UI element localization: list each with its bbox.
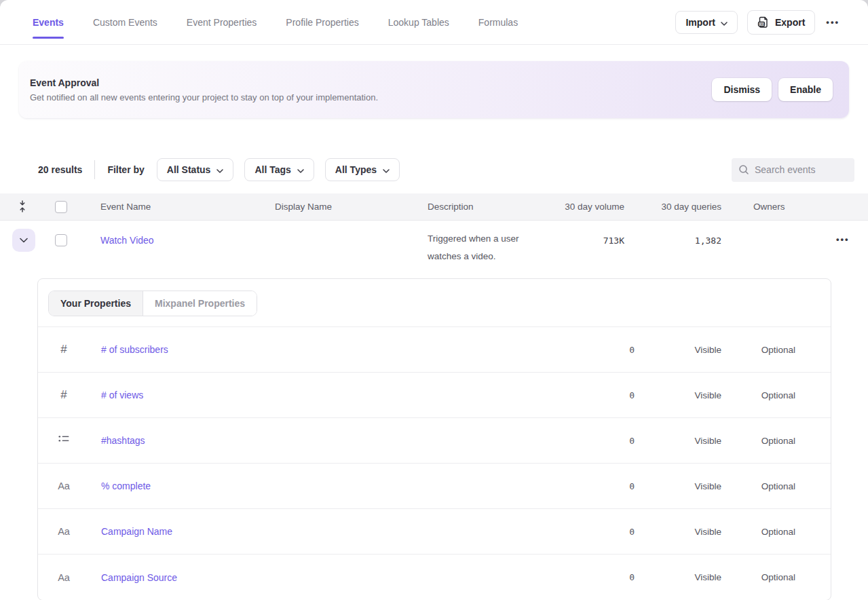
search-events-input[interactable] bbox=[755, 164, 848, 175]
banner-description: Get notified on all new events entering … bbox=[30, 92, 378, 102]
number-type-icon: # bbox=[57, 388, 71, 402]
tab-lookup-tables[interactable]: Lookup Tables bbox=[388, 13, 449, 32]
volume-value: 713K bbox=[603, 236, 624, 246]
property-name-link[interactable]: # of views bbox=[101, 390, 143, 400]
export-button-label: Export bbox=[775, 17, 805, 28]
property-requirement: Optional bbox=[721, 481, 795, 491]
event-name-link[interactable]: Watch Video bbox=[100, 235, 154, 246]
search-events-box[interactable] bbox=[732, 158, 854, 182]
property-row: #hashtags 0 Visible Optional bbox=[38, 418, 831, 464]
export-button[interactable]: csv Export bbox=[747, 10, 815, 35]
tags-filter-dropdown[interactable]: All Tags bbox=[244, 158, 314, 181]
types-filter-dropdown[interactable]: All Types bbox=[325, 158, 400, 181]
banner-text: Event Approval Get notified on all new e… bbox=[30, 77, 378, 102]
row-actions-cell: ••• bbox=[835, 229, 868, 269]
tab-your-properties[interactable]: Your Properties bbox=[49, 291, 143, 316]
row-volume-cell: 713K bbox=[543, 229, 624, 269]
results-count: 20 results bbox=[38, 164, 82, 175]
property-row: Aa Campaign Source 0 Visible Optional bbox=[38, 555, 831, 600]
property-row: Aa % complete 0 Visible Optional bbox=[38, 464, 831, 509]
number-type-icon: # bbox=[57, 343, 71, 356]
row-queries-cell: 1,382 bbox=[624, 229, 721, 269]
property-name-link[interactable]: #hashtags bbox=[101, 435, 145, 446]
property-count: 0 bbox=[594, 527, 635, 537]
queries-value: 1,382 bbox=[695, 236, 721, 246]
property-name-link[interactable]: Campaign Name bbox=[101, 526, 172, 537]
text-type-icon: Aa bbox=[57, 480, 71, 492]
filter-bar: 20 results Filter by All Status All Tags… bbox=[0, 157, 868, 182]
property-count: 0 bbox=[594, 481, 635, 491]
property-requirement: Optional bbox=[721, 345, 795, 355]
chevron-down-icon bbox=[721, 17, 728, 28]
filter-by-label: Filter by bbox=[107, 164, 144, 175]
chevron-down-icon bbox=[216, 164, 223, 175]
property-requirement: Optional bbox=[721, 390, 795, 400]
description-line-1: Triggered when a user bbox=[428, 230, 543, 248]
row-expand-chevron-button[interactable] bbox=[12, 229, 35, 252]
property-requirement: Optional bbox=[721, 572, 795, 582]
enable-button[interactable]: Enable bbox=[778, 78, 833, 101]
import-button[interactable]: Import bbox=[675, 11, 738, 34]
properties-tabs-area: Your Properties Mixpanel Properties bbox=[38, 279, 831, 327]
header-display-name: Display Name bbox=[275, 202, 428, 212]
collapse-all-icon[interactable] bbox=[16, 199, 29, 214]
status-filter-label: All Status bbox=[167, 164, 211, 175]
types-filter-label: All Types bbox=[335, 164, 377, 175]
chevron-down-icon bbox=[297, 164, 304, 175]
row-event-name-cell: Watch Video bbox=[100, 229, 275, 269]
description-line-2: watches a video. bbox=[428, 248, 543, 265]
tab-custom-events[interactable]: Custom Events bbox=[93, 13, 157, 32]
property-visibility: Visible bbox=[635, 527, 721, 537]
status-filter-dropdown[interactable]: All Status bbox=[157, 158, 234, 181]
row-expand-column bbox=[0, 229, 48, 269]
row-more-button[interactable]: ••• bbox=[835, 231, 851, 247]
row-display-name-cell bbox=[275, 229, 428, 269]
tab-events[interactable]: Events bbox=[33, 13, 64, 32]
nav-actions: Import csv Export ••• bbox=[675, 10, 841, 35]
divider bbox=[94, 160, 95, 179]
text-type-icon: Aa bbox=[57, 571, 71, 584]
property-requirement: Optional bbox=[721, 436, 795, 446]
properties-segmented-control: Your Properties Mixpanel Properties bbox=[48, 290, 257, 316]
property-visibility: Visible bbox=[635, 345, 721, 355]
row-checkbox-column bbox=[48, 229, 100, 269]
stage: Events Custom Events Event Properties Pr… bbox=[0, 0, 868, 600]
list-type-icon bbox=[57, 434, 71, 447]
header-30-day-queries: 30 day queries bbox=[624, 202, 721, 212]
search-icon bbox=[738, 164, 749, 175]
header-owners: Owners bbox=[721, 202, 835, 212]
header-checkbox-column bbox=[48, 201, 100, 213]
property-row: # # of views 0 Visible Optional bbox=[38, 373, 831, 418]
header-description: Description bbox=[428, 202, 543, 212]
select-all-checkbox[interactable] bbox=[55, 201, 67, 213]
header-expand-column bbox=[0, 199, 48, 214]
table-row-watch-video: Watch Video Triggered when a user watche… bbox=[0, 221, 868, 269]
banner-actions: Dismiss Enable bbox=[712, 78, 833, 101]
tab-events-label: Events bbox=[33, 17, 64, 28]
tab-profile-properties[interactable]: Profile Properties bbox=[286, 13, 358, 32]
property-visibility: Visible bbox=[635, 390, 721, 400]
row-checkbox[interactable] bbox=[55, 234, 67, 246]
property-name-link[interactable]: % complete bbox=[101, 481, 151, 491]
header-30-day-volume: 30 day volume bbox=[543, 202, 624, 212]
event-approval-banner: Event Approval Get notified on all new e… bbox=[19, 61, 849, 118]
property-visibility: Visible bbox=[635, 436, 721, 446]
property-count: 0 bbox=[594, 572, 635, 582]
events-table-header: Event Name Display Name Description 30 d… bbox=[0, 193, 868, 221]
property-count: 0 bbox=[594, 390, 635, 400]
tab-formulas[interactable]: Formulas bbox=[478, 13, 518, 32]
csv-file-icon: csv bbox=[757, 16, 770, 29]
tags-filter-label: All Tags bbox=[254, 164, 290, 175]
property-name-link[interactable]: Campaign Source bbox=[101, 572, 177, 583]
property-requirement: Optional bbox=[721, 527, 795, 537]
nav-more-button[interactable]: ••• bbox=[825, 14, 841, 30]
property-name-link[interactable]: # of subscribers bbox=[101, 344, 168, 355]
chevron-down-icon bbox=[383, 164, 390, 175]
property-visibility: Visible bbox=[635, 481, 721, 491]
svg-text:csv: csv bbox=[759, 22, 764, 26]
dismiss-button[interactable]: Dismiss bbox=[712, 78, 772, 101]
tab-mixpanel-properties[interactable]: Mixpanel Properties bbox=[143, 291, 257, 316]
tab-event-properties[interactable]: Event Properties bbox=[187, 13, 257, 32]
lexicon-events-page: Events Custom Events Event Properties Pr… bbox=[0, 0, 868, 600]
row-description-cell: Triggered when a user watches a video. bbox=[428, 229, 543, 269]
